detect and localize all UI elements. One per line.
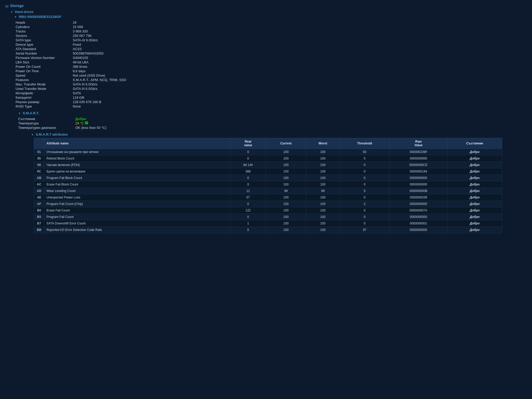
- attr-threshold: 5: [340, 155, 390, 162]
- attr-current: 100: [266, 175, 306, 181]
- attr-real: 0: [230, 181, 266, 188]
- attr-threshold: 50: [340, 149, 390, 155]
- attr-id: 05: [34, 155, 44, 162]
- prop-row: Power On Count388 times: [16, 64, 527, 69]
- attr-status: Добро: [447, 162, 502, 168]
- attr-name: Erase Fail Block Count: [44, 181, 230, 188]
- prop-value: None: [73, 104, 81, 108]
- attr-id: 09: [34, 162, 44, 168]
- attr-current: 100: [266, 168, 306, 175]
- prop-label: Firmware Version Number: [16, 56, 73, 60]
- prop-value: 3 969 330: [73, 29, 88, 33]
- attr-real: 0: [230, 155, 266, 162]
- attr-real: 0: [230, 214, 266, 220]
- prop-value: 8,6 days: [73, 69, 85, 73]
- prop-value: 250 067 790: [73, 34, 91, 38]
- attr-worst: 100: [306, 155, 340, 162]
- table-row: 0C Брояч цикли на включване 388 100 100 …: [34, 168, 502, 175]
- attr-id: AC: [34, 181, 44, 188]
- prop-label: ATA Standard: [16, 47, 73, 51]
- attr-id: AB: [34, 175, 44, 181]
- attributes-title[interactable]: S.M.A.R.T attributes: [36, 132, 68, 136]
- attr-current: 100: [266, 220, 306, 227]
- prop-value: 128 035 676 160 B: [73, 100, 101, 104]
- prop-label: Интерфейс: [16, 91, 73, 95]
- storage-icon: 🖴: [5, 4, 9, 8]
- prop-label: Power On Time: [16, 69, 73, 73]
- device-name[interactable]: RBU-SNS8350DES3128GP: [19, 15, 61, 19]
- table-row: AB Program Fail Block Count 0 100 100 0 …: [34, 175, 502, 181]
- prop-label: SATA type: [16, 38, 73, 42]
- prop-row: ИнтерфейсSATA: [16, 91, 527, 95]
- attr-status: Добро: [447, 214, 502, 220]
- smart-arrow: ▼: [18, 112, 21, 115]
- attr-status: Добро: [447, 227, 502, 233]
- attr-threshold: 0: [340, 194, 390, 201]
- attr-raw: 0000000000: [390, 201, 448, 207]
- smart-title[interactable]: S.M.A.R.T.: [23, 111, 39, 115]
- attr-id: B7: [34, 220, 44, 227]
- hard-drives-label[interactable]: Hard drives: [15, 10, 34, 14]
- attr-name: Отношение на грешките при четене: [44, 149, 230, 155]
- attr-real: 0: [230, 149, 266, 155]
- prop-row: LBA Size48-bit LBA: [16, 60, 527, 64]
- attr-real: 0: [230, 175, 266, 181]
- smart-temp-row: Температура 29 °C: [18, 121, 527, 125]
- attr-raw: 0000000001: [390, 220, 448, 227]
- table-body: 01 Отношение на грешките при четене 0 10…: [34, 149, 502, 233]
- attr-real: 388: [230, 168, 266, 175]
- attr-threshold: 0: [340, 181, 390, 188]
- prop-row: ATA StandardACS3: [16, 47, 527, 51]
- attr-worst: 100: [306, 181, 340, 188]
- prop-label: Tracks: [16, 29, 73, 33]
- smart-state-label: Състояние: [18, 117, 75, 121]
- attr-threshold: 0: [340, 175, 390, 181]
- prop-value: 119 GB: [73, 96, 84, 99]
- prop-value: 388 times: [73, 65, 87, 69]
- prop-label: Features: [16, 78, 73, 82]
- col-real: Realvalue: [230, 138, 266, 149]
- attr-raw: 0000000184: [390, 168, 448, 175]
- prop-value: SATA: [73, 91, 81, 95]
- attr-raw: 0000000000: [390, 227, 448, 233]
- prop-label: Капацитет: [16, 96, 73, 99]
- attr-id: AF: [34, 201, 44, 207]
- attr-real: 1: [230, 220, 266, 227]
- table-row: B5 Program Fail Count 0 100 100 0 000000…: [34, 214, 502, 220]
- attr-id: B0: [34, 207, 44, 214]
- prop-value: ACS3: [73, 47, 82, 51]
- table-row: 09 Часове включен (POH) 8d 14h 100 100 0…: [34, 162, 502, 168]
- storage-header: 🖴 Storage: [5, 3, 527, 9]
- attr-status: Добро: [447, 220, 502, 227]
- col-threshold: Threshold: [340, 138, 390, 149]
- col-attr-name: Attribute name: [44, 138, 230, 149]
- attr-raw: 0000000000: [390, 214, 448, 220]
- prop-row: Power On Time8,6 days: [16, 69, 527, 73]
- attr-current: 100: [266, 227, 306, 233]
- prop-row: SpeedNot used (SSD Drive): [16, 73, 527, 78]
- col-status: Състояние: [447, 138, 502, 149]
- prop-label: Power On Count: [16, 65, 73, 69]
- smart-table: Attribute name Realvalue Current Worst T…: [34, 138, 502, 233]
- table-header: Attribute name Realvalue Current Worst T…: [34, 138, 502, 149]
- table-row: AD Wear Leveling Count 11 99 99 5 000000…: [34, 188, 502, 194]
- hard-drives-section: ▼ Hard drives: [10, 10, 527, 14]
- prop-row: Cylinders15 566: [16, 25, 527, 29]
- attr-status: Добро: [447, 155, 502, 162]
- storage-label[interactable]: Storage: [10, 3, 24, 9]
- attr-name: Erase Fail Count: [44, 207, 230, 214]
- col-raw: RawValue: [390, 138, 448, 149]
- attr-current: 100: [266, 155, 306, 162]
- temp-indicator: [85, 121, 88, 124]
- attr-real: 8d 14h: [230, 162, 266, 168]
- attr-raw: 0000000000: [390, 175, 448, 181]
- attr-id: B5: [34, 214, 44, 220]
- device-properties: Heads16Cylinders15 566Tracks3 969 330Sec…: [16, 20, 527, 109]
- attr-threshold: 0: [340, 220, 390, 227]
- attr-current: 100: [266, 207, 306, 214]
- hard-drives-arrow: ▼: [10, 11, 13, 14]
- attr-worst: 100: [306, 175, 340, 181]
- col-worst: Worst: [306, 138, 340, 149]
- attr-name: SATA Downshift Error Count: [44, 220, 230, 227]
- attr-raw: 0000000039: [390, 194, 448, 201]
